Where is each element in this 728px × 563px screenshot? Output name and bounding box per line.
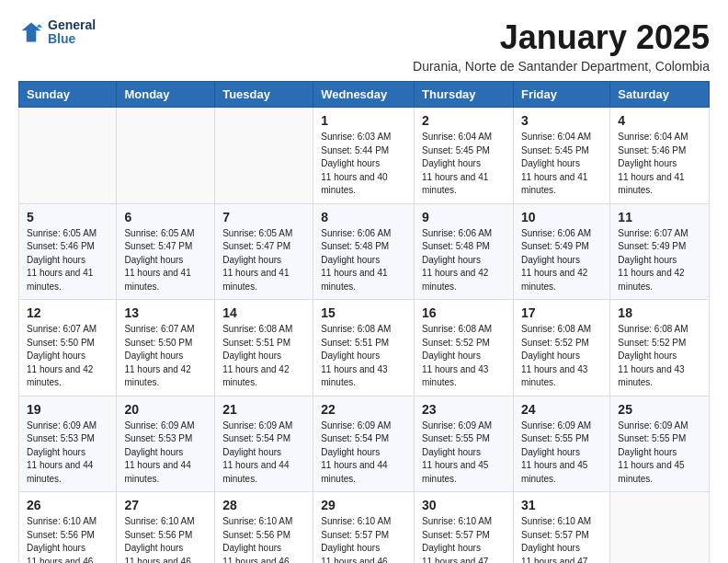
logo-icon [18, 19, 44, 45]
day-number: 3 [521, 113, 602, 128]
day-number: 30 [422, 498, 506, 512]
day-header-thursday: Thursday [415, 82, 514, 108]
week-row-2: 5Sunrise: 6:05 AMSunset: 5:46 PMDaylight… [19, 203, 710, 300]
calendar-cell: 7Sunrise: 6:05 AMSunset: 5:47 PMDaylight… [215, 203, 313, 300]
calendar-cell: 21Sunrise: 6:09 AMSunset: 5:54 PMDayligh… [215, 396, 313, 492]
title-section: January 2025 Durania, Norte de Santander… [413, 18, 710, 74]
calendar-cell: 25Sunrise: 6:09 AMSunset: 5:55 PMDayligh… [610, 396, 710, 492]
calendar-header-row: SundayMondayTuesdayWednesdayThursdayFrid… [19, 82, 710, 108]
calendar-cell: 12Sunrise: 6:07 AMSunset: 5:50 PMDayligh… [19, 300, 117, 396]
cell-info: Sunrise: 6:07 AMSunset: 5:50 PMDaylight … [124, 323, 207, 390]
calendar-cell: 13Sunrise: 6:07 AMSunset: 5:50 PMDayligh… [117, 300, 215, 396]
cell-info: Sunrise: 6:06 AMSunset: 5:48 PMDaylight … [321, 227, 406, 294]
logo: General Blue [18, 18, 96, 47]
calendar-cell: 6Sunrise: 6:05 AMSunset: 5:47 PMDaylight… [117, 203, 215, 300]
day-number: 8 [321, 210, 406, 224]
cell-info: Sunrise: 6:10 AMSunset: 5:56 PMDaylight … [124, 515, 207, 563]
day-number: 25 [618, 402, 701, 417]
day-number: 21 [222, 402, 305, 417]
cell-info: Sunrise: 6:08 AMSunset: 5:52 PMDaylight … [618, 323, 701, 390]
calendar-cell: 19Sunrise: 6:09 AMSunset: 5:53 PMDayligh… [19, 396, 117, 492]
cell-info: Sunrise: 6:07 AMSunset: 5:50 PMDaylight … [27, 323, 108, 390]
logo-text: General Blue [48, 18, 96, 47]
day-number: 22 [321, 402, 406, 417]
calendar-cell: 27Sunrise: 6:10 AMSunset: 5:56 PMDayligh… [117, 492, 215, 564]
day-number: 10 [521, 210, 602, 224]
cell-info: Sunrise: 6:04 AMSunset: 5:46 PMDaylight … [618, 131, 701, 198]
day-number: 4 [618, 113, 701, 128]
calendar-cell: 20Sunrise: 6:09 AMSunset: 5:53 PMDayligh… [117, 396, 215, 492]
day-header-saturday: Saturday [610, 82, 710, 108]
calendar-cell: 2Sunrise: 6:04 AMSunset: 5:45 PMDaylight… [415, 108, 514, 204]
calendar-table: SundayMondayTuesdayWednesdayThursdayFrid… [18, 81, 710, 563]
day-number: 26 [27, 498, 108, 512]
day-number: 2 [422, 113, 506, 128]
calendar-cell: 28Sunrise: 6:10 AMSunset: 5:56 PMDayligh… [215, 492, 313, 564]
calendar-cell [19, 108, 117, 204]
cell-info: Sunrise: 6:08 AMSunset: 5:52 PMDaylight … [521, 323, 602, 390]
cell-info: Sunrise: 6:03 AMSunset: 5:44 PMDaylight … [321, 131, 406, 198]
calendar-cell: 1Sunrise: 6:03 AMSunset: 5:44 PMDaylight… [313, 108, 415, 204]
calendar-cell: 9Sunrise: 6:06 AMSunset: 5:48 PMDaylight… [415, 203, 514, 300]
cell-info: Sunrise: 6:09 AMSunset: 5:54 PMDaylight … [321, 419, 406, 487]
cell-info: Sunrise: 6:09 AMSunset: 5:55 PMDaylight … [521, 419, 602, 487]
calendar-cell: 11Sunrise: 6:07 AMSunset: 5:49 PMDayligh… [610, 203, 710, 300]
day-header-tuesday: Tuesday [215, 82, 313, 108]
day-number: 5 [27, 210, 108, 224]
day-number: 31 [521, 498, 602, 512]
calendar-cell [215, 108, 313, 204]
calendar-cell [610, 492, 710, 564]
day-number: 18 [618, 305, 701, 320]
cell-info: Sunrise: 6:10 AMSunset: 5:57 PMDaylight … [521, 515, 602, 563]
day-number: 6 [124, 210, 207, 224]
cell-info: Sunrise: 6:04 AMSunset: 5:45 PMDaylight … [422, 131, 506, 198]
day-number: 11 [618, 210, 701, 224]
cell-info: Sunrise: 6:09 AMSunset: 5:53 PMDaylight … [27, 419, 108, 487]
day-number: 20 [124, 402, 207, 417]
logo-general: General [48, 18, 96, 32]
cell-info: Sunrise: 6:08 AMSunset: 5:52 PMDaylight … [422, 323, 506, 390]
cell-info: Sunrise: 6:05 AMSunset: 5:47 PMDaylight … [222, 227, 305, 294]
calendar-cell: 31Sunrise: 6:10 AMSunset: 5:57 PMDayligh… [513, 492, 609, 564]
calendar-cell: 4Sunrise: 6:04 AMSunset: 5:46 PMDaylight… [610, 108, 710, 204]
calendar-cell: 24Sunrise: 6:09 AMSunset: 5:55 PMDayligh… [513, 396, 609, 492]
day-number: 29 [321, 498, 406, 512]
week-row-5: 26Sunrise: 6:10 AMSunset: 5:56 PMDayligh… [19, 492, 710, 564]
day-header-friday: Friday [513, 82, 609, 108]
day-header-wednesday: Wednesday [313, 82, 415, 108]
cell-info: Sunrise: 6:10 AMSunset: 5:56 PMDaylight … [222, 515, 305, 563]
calendar-cell: 26Sunrise: 6:10 AMSunset: 5:56 PMDayligh… [19, 492, 117, 564]
day-number: 27 [124, 498, 207, 512]
day-number: 16 [422, 305, 506, 320]
cell-info: Sunrise: 6:10 AMSunset: 5:57 PMDaylight … [422, 515, 506, 563]
cell-info: Sunrise: 6:09 AMSunset: 5:54 PMDaylight … [222, 419, 305, 487]
calendar-cell: 10Sunrise: 6:06 AMSunset: 5:49 PMDayligh… [513, 203, 609, 300]
cell-info: Sunrise: 6:04 AMSunset: 5:45 PMDaylight … [521, 131, 602, 198]
svg-marker-0 [22, 23, 41, 42]
cell-info: Sunrise: 6:08 AMSunset: 5:51 PMDaylight … [222, 323, 305, 390]
day-number: 9 [422, 210, 506, 224]
calendar-cell: 22Sunrise: 6:09 AMSunset: 5:54 PMDayligh… [313, 396, 415, 492]
cell-info: Sunrise: 6:09 AMSunset: 5:55 PMDaylight … [618, 419, 701, 487]
subtitle: Durania, Norte de Santander Department, … [413, 59, 710, 74]
cell-info: Sunrise: 6:05 AMSunset: 5:47 PMDaylight … [124, 227, 207, 294]
day-number: 15 [321, 305, 406, 320]
logo-blue: Blue [48, 32, 96, 46]
cell-info: Sunrise: 6:10 AMSunset: 5:56 PMDaylight … [27, 515, 108, 563]
day-number: 24 [521, 402, 602, 417]
day-number: 13 [124, 305, 207, 320]
day-number: 28 [222, 498, 305, 512]
day-header-monday: Monday [117, 82, 215, 108]
cell-info: Sunrise: 6:06 AMSunset: 5:48 PMDaylight … [422, 227, 506, 294]
day-header-sunday: Sunday [19, 82, 117, 108]
calendar-cell: 3Sunrise: 6:04 AMSunset: 5:45 PMDaylight… [513, 108, 609, 204]
cell-info: Sunrise: 6:08 AMSunset: 5:51 PMDaylight … [321, 323, 406, 390]
day-number: 14 [222, 305, 305, 320]
week-row-1: 1Sunrise: 6:03 AMSunset: 5:44 PMDaylight… [19, 108, 710, 204]
day-number: 19 [27, 402, 108, 417]
page-header: General Blue January 2025 Durania, Norte… [18, 18, 710, 74]
month-title: January 2025 [413, 18, 710, 57]
cell-info: Sunrise: 6:07 AMSunset: 5:49 PMDaylight … [618, 227, 701, 294]
calendar-cell: 15Sunrise: 6:08 AMSunset: 5:51 PMDayligh… [313, 300, 415, 396]
calendar-cell [117, 108, 215, 204]
